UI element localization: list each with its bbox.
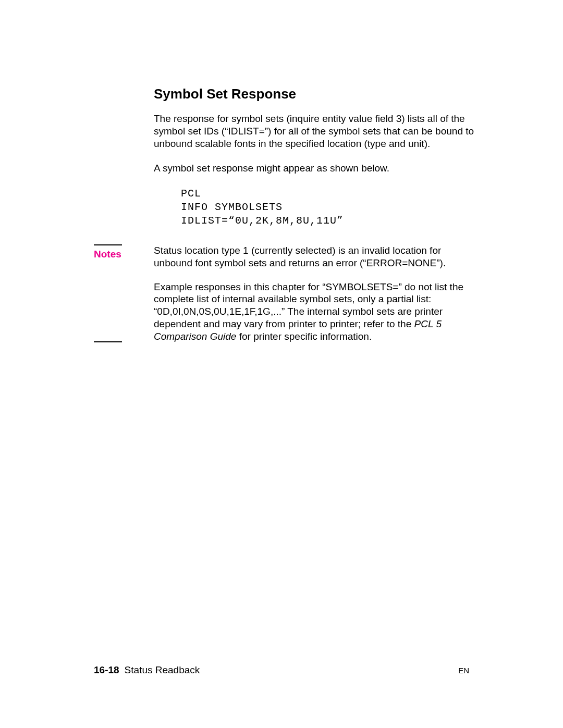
- footer-section: Status Readback: [125, 664, 200, 676]
- page-number: 16-18: [94, 664, 119, 676]
- footer-left: 16-18 Status Readback: [94, 664, 200, 676]
- document-page: Symbol Set Response The response for sym…: [0, 0, 563, 728]
- notes-label: Notes: [94, 249, 121, 260]
- note-2-part-b: for printer specific information.: [236, 331, 372, 342]
- section-heading: Symbol Set Response: [154, 86, 477, 102]
- paragraph-1: The response for symbol sets (inquire en…: [154, 113, 477, 150]
- footer-right: EN: [458, 666, 469, 675]
- page-footer: 16-18 Status Readback EN: [94, 664, 469, 676]
- notes-label-column: Notes: [94, 244, 154, 260]
- notes-rule-top: [94, 244, 122, 245]
- notes-bottom-column: [94, 338, 154, 342]
- note-row-1: Notes Status location type 1 (currently …: [0, 244, 563, 269]
- notes-body-column-2: Example responses in this chapter for “S…: [154, 281, 477, 343]
- main-content: Symbol Set Response The response for sym…: [154, 86, 477, 228]
- code-example: PCL INFO SYMBOLSETS IDLIST=“0U,2K,8M,8U,…: [181, 187, 477, 228]
- note-row-2: Example responses in this chapter for “S…: [0, 281, 563, 343]
- notes-body-column: Status location type 1 (currently select…: [154, 244, 477, 269]
- note-2-text: Example responses in this chapter for “S…: [154, 281, 477, 343]
- paragraph-2: A symbol set response might appear as sh…: [154, 162, 477, 175]
- footer-lang: EN: [458, 666, 469, 675]
- notes-rule-bottom: [94, 341, 122, 342]
- note-1-text: Status location type 1 (currently select…: [154, 244, 477, 269]
